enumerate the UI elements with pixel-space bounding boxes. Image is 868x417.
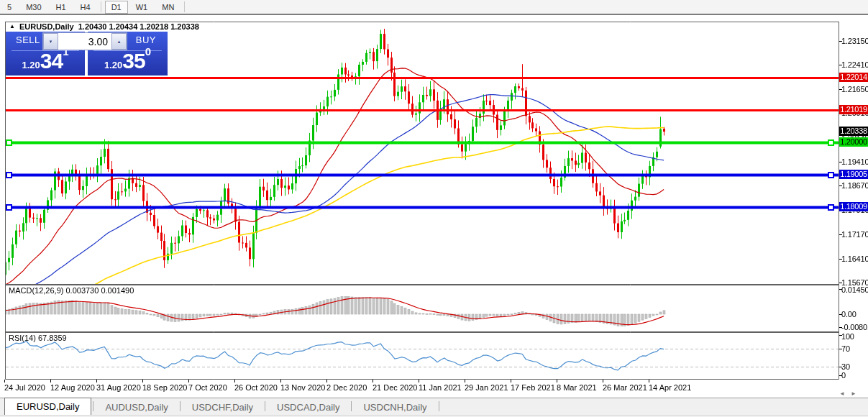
buy-price-point: 0 [145, 45, 151, 58]
price-tick-label: 1.21650 [841, 85, 868, 93]
timeframe-button-d1[interactable]: D1 [105, 1, 128, 14]
buy-price-prefix: 1.20 [104, 60, 122, 70]
scroll-left-arrow-icon[interactable]: ◄ [839, 390, 845, 397]
date-tick-label: 12 Aug 2020 [50, 383, 95, 392]
trading-platform-window: 5M30H1H4D1W1MN ▲ EURUSD,Daily 1.20430 1.… [0, 0, 868, 417]
date-tick-label: 8 Mar 2021 [557, 383, 597, 392]
chart-tab-usdchf[interactable]: USDCHF,Daily [182, 400, 263, 415]
chart-tab-bar: EURUSD,DailyAUDUSD,DailyUSDCHF,DailyUSDC… [0, 398, 868, 415]
date-tick-label: 13 Nov 2020 [280, 383, 325, 392]
collapse-triangle-icon[interactable]: ▲ [9, 23, 15, 30]
volume-spinner: ▾ ▴ [42, 32, 127, 50]
timeframe-toolbar: 5M30H1H4D1W1MN [0, 0, 868, 15]
price-tick-label: 1.18670 [841, 181, 868, 190]
timeframe-button-m30[interactable]: M30 [19, 1, 47, 14]
chart-tab-eurusd[interactable]: EURUSD,Daily [4, 398, 91, 416]
rsi-indicator-label: RSI(14) 67.8359 [9, 334, 67, 342]
buy-label: BUY [136, 35, 156, 45]
price-tick-label: -0.00801 [841, 323, 868, 331]
timeframe-button-h1[interactable]: H1 [50, 1, 73, 14]
price-level-badge: 1.20338 [839, 127, 868, 136]
timeframe-button-w1[interactable]: W1 [129, 1, 155, 14]
chart-title: ▲ EURUSD,Daily 1.20430 1.20434 1.20218 1… [9, 22, 199, 31]
volume-decrease-button[interactable]: ▾ [43, 33, 58, 50]
date-tick-label: 2 Dec 2020 [326, 383, 367, 392]
sell-label: SELL [16, 35, 40, 45]
date-tick-label: 21 Dec 2020 [373, 383, 417, 392]
tab-separator [93, 401, 93, 411]
toolbar-separator [101, 1, 101, 12]
sell-price-pips: 34 [40, 49, 63, 73]
tab-separator [351, 401, 352, 411]
date-tick-label: 17 Feb 2021 [511, 383, 555, 392]
price-tick-label: 1.23150 [841, 37, 868, 45]
timeframe-button-5[interactable]: 5 [1, 1, 18, 14]
date-tick-label: 14 Apr 2021 [649, 383, 691, 392]
chart-scrollbar: ◄ ► [839, 390, 856, 397]
date-tick-label: 26 Mar 2021 [603, 383, 647, 392]
price-tick-label: 30 [841, 362, 850, 371]
price-tick-label: 0.01450 [841, 285, 868, 294]
price-tick-label: 1.22410 [841, 60, 868, 69]
chart-symbol-label: EURUSD,Daily [19, 22, 74, 31]
toolbar-separator [184, 1, 185, 12]
volume-input[interactable] [58, 33, 111, 50]
date-tick-label: 7 Oct 2020 [188, 383, 227, 392]
chart-tab-audusd[interactable]: AUDUSD,Daily [95, 400, 178, 415]
buy-price-pips: 35 [122, 49, 145, 73]
price-tick-label: 0 [841, 371, 846, 380]
scroll-right-arrow-icon[interactable]: ► [851, 390, 856, 397]
one-click-trading-panel: SELL 1.20341 BUY 1.20350 ▾ ▴ [6, 32, 168, 75]
price-tick-label: 0.00 [841, 310, 856, 319]
chart-tab-usdcnh[interactable]: USDCNH,Daily [353, 400, 437, 415]
date-tick-label: 11 Jan 2021 [419, 383, 462, 392]
price-tick-label: 1.17170 [841, 230, 868, 239]
price-tick-label: 100 [841, 332, 854, 341]
tab-separator [439, 401, 439, 411]
date-tick-label: 29 Jan 2021 [465, 383, 508, 392]
date-tick-label: 24 Jul 2020 [4, 383, 45, 392]
date-tick-label: 18 Sep 2020 [142, 383, 187, 392]
date-tick-label: 26 Oct 2020 [234, 383, 278, 392]
price-tick-label: 70 [841, 344, 850, 353]
price-tick-label: 1.19410 [841, 157, 868, 166]
price-level-badge: 1.22014 [839, 73, 868, 82]
chart-ohlc-values: 1.20430 1.20434 1.20218 1.20338 [78, 22, 199, 31]
date-tick-label: 31 Aug 2020 [96, 383, 141, 392]
chart-tab-usdcad[interactable]: USDCAD,Daily [267, 400, 350, 415]
sell-price-prefix: 1.20 [22, 60, 40, 70]
volume-increase-button[interactable]: ▴ [111, 33, 127, 50]
timeframe-button-h4[interactable]: H4 [74, 1, 97, 14]
timeframe-button-mn[interactable]: MN [155, 1, 181, 14]
price-level-badge: 1.20000 [839, 137, 868, 147]
tab-separator [180, 401, 181, 411]
price-tick-label: 1.16410 [841, 255, 868, 263]
price-level-badge: 1.21019 [839, 105, 868, 114]
price-level-badge: 1.19005 [839, 170, 868, 179]
tab-separator [265, 401, 265, 411]
macd-indicator-label: MACD(12,26,9) 0.003730 0.001490 [9, 286, 134, 295]
price-level-badge: 1.18009 [839, 202, 868, 211]
